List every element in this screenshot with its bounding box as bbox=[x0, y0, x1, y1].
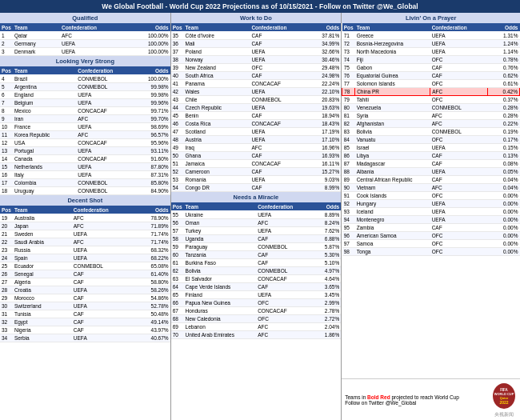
table-row: 6 England UEFA 99.98% bbox=[0, 91, 170, 99]
cell-odds: 95.96% bbox=[131, 139, 170, 147]
cell-odds: 0.05% bbox=[487, 168, 519, 176]
cell-team: United Arab Emirates bbox=[184, 331, 257, 339]
cell-pos: 85 bbox=[342, 144, 355, 152]
cell-team: China PR bbox=[355, 88, 430, 96]
cell-conf: CONMEBOL bbox=[76, 83, 131, 91]
cell-pos: 51 bbox=[171, 160, 184, 168]
cell-team: Lebanon bbox=[184, 323, 257, 331]
cell-pos: 1 bbox=[0, 32, 13, 40]
cell-odds: 1.14% bbox=[487, 48, 519, 56]
cell-pos: 22 bbox=[0, 238, 13, 246]
table-row: 47 Scotland UEFA 17.19% bbox=[171, 128, 342, 136]
cell-conf: CONMEBOL bbox=[430, 104, 488, 112]
table-row: 97 Samoa OFC 0.00% bbox=[342, 240, 520, 248]
table-row: 70 United Arab Emirates AFC 1.86% bbox=[171, 331, 342, 339]
cell-team: Iran bbox=[13, 115, 76, 123]
cell-odds: 54.86% bbox=[133, 294, 170, 302]
cell-team: Egypt bbox=[13, 318, 72, 326]
table-row: 63 El Salvador CONCACAF 4.64% bbox=[171, 275, 342, 283]
cell-conf: UEFA bbox=[430, 200, 488, 208]
cell-pos: 68 bbox=[171, 315, 184, 323]
cell-pos: 30 bbox=[0, 302, 13, 310]
cell-odds: 71.74% bbox=[133, 230, 170, 238]
cell-odds: 16.96% bbox=[306, 144, 342, 152]
cell-pos: 33 bbox=[0, 326, 13, 334]
header-title: We Global Football - World Cup 2022 Proj… bbox=[102, 2, 418, 10]
cell-team: Ghana bbox=[184, 152, 250, 160]
table-row: 80 Venezuela CONMEBOL 0.28% bbox=[342, 104, 520, 112]
cell-odds: 0.22% bbox=[487, 120, 519, 128]
table-row: 60 Tanzania CAF 5.30% bbox=[171, 251, 342, 259]
cell-odds: 17.19% bbox=[306, 128, 342, 136]
cell-odds: 78.90% bbox=[133, 214, 170, 222]
cell-odds: 0.00% bbox=[487, 216, 519, 224]
table-row: 88 Albania UEFA 0.05% bbox=[342, 168, 520, 176]
svg-text:2022: 2022 bbox=[499, 400, 508, 405]
cell-team: El Salvador bbox=[184, 275, 257, 283]
cell-odds: 2.72% bbox=[311, 315, 341, 323]
table-row: 39 New Zealand OFC 29.48% bbox=[171, 64, 342, 72]
cell-conf: CONCACAF bbox=[76, 139, 131, 147]
cell-team: South Africa bbox=[184, 72, 250, 80]
table-row: 61 Burkina Faso CAF 5.10% bbox=[171, 259, 342, 267]
cell-conf: AFC bbox=[256, 323, 311, 331]
cell-pos: 96 bbox=[342, 232, 355, 240]
cell-conf: CAF bbox=[256, 251, 311, 259]
cell-team: Bolivia bbox=[355, 128, 430, 136]
cell-conf: OFC bbox=[430, 136, 488, 144]
cell-odds: 8.99% bbox=[306, 184, 342, 192]
cell-conf: UEFA bbox=[430, 144, 488, 152]
cell-conf: CAF bbox=[72, 326, 133, 334]
cell-pos: 77 bbox=[342, 80, 355, 88]
cell-pos: 3 bbox=[0, 48, 13, 56]
cell-pos: 97 bbox=[342, 240, 355, 248]
cell-conf: CONMEBOL bbox=[76, 187, 131, 195]
qualified-header: Qualified bbox=[0, 13, 170, 23]
cell-odds: 0.42% bbox=[487, 88, 519, 96]
cell-pos: 41 bbox=[171, 80, 184, 88]
cell-conf: UEFA bbox=[250, 48, 306, 56]
cell-team: Korea Republic bbox=[13, 131, 76, 139]
cell-conf: UEFA bbox=[250, 56, 306, 64]
cell-team: North Macedonia bbox=[355, 48, 430, 56]
cell-odds: 71.74% bbox=[133, 238, 170, 246]
cell-odds: 50.48% bbox=[133, 310, 170, 318]
cell-odds: 4.64% bbox=[311, 275, 341, 283]
table-row: 49 Iraq AFC 16.96% bbox=[171, 144, 342, 152]
cell-conf: AFC bbox=[250, 144, 306, 152]
cell-team: Equatorial Guinea bbox=[355, 72, 430, 80]
col-conf: Confederation bbox=[60, 23, 125, 32]
table-row: 91 Cook Islands OFC 0.00% bbox=[342, 192, 520, 200]
cell-team: Tonga bbox=[355, 248, 430, 256]
cell-conf: UEFA bbox=[76, 163, 131, 171]
cell-team: Belgium bbox=[13, 99, 76, 107]
table-row: 38 Norway UEFA 30.46% bbox=[171, 56, 342, 64]
cell-odds: 99.98% bbox=[131, 91, 170, 99]
work-to-do-table: Pos Team Confederation Odds 35 Côte d'Iv… bbox=[171, 23, 342, 192]
table-row: 96 American Samoa OFC 0.00% bbox=[342, 232, 520, 240]
cell-pos: 42 bbox=[171, 88, 184, 96]
cell-conf: CONMEBOL bbox=[256, 243, 311, 251]
cell-odds: 37.81% bbox=[306, 32, 342, 40]
cell-conf: CAF bbox=[72, 278, 133, 286]
cell-pos: 47 bbox=[171, 128, 184, 136]
col-conf: Confederation bbox=[256, 202, 311, 211]
cell-team: Mexico bbox=[13, 107, 76, 115]
table-row: 30 Switzerland UEFA 52.78% bbox=[0, 302, 170, 310]
cell-conf: UEFA bbox=[72, 334, 133, 342]
table-row: 95 Zambia CAF 0.00% bbox=[342, 224, 520, 232]
cell-team: Israel bbox=[355, 144, 430, 152]
col-pos: Pos bbox=[0, 66, 13, 75]
cell-pos: 12 bbox=[0, 139, 13, 147]
cell-pos: 31 bbox=[0, 310, 13, 318]
cell-odds: 5.30% bbox=[311, 251, 341, 259]
cell-pos: 35 bbox=[171, 32, 184, 40]
table-row: 12 USA CONCACAF 95.96% bbox=[0, 139, 170, 147]
cell-conf: AFC bbox=[76, 131, 131, 139]
cell-team: Jamaica bbox=[184, 160, 250, 168]
cell-odds: 3.45% bbox=[311, 291, 341, 299]
table-row: 16 Italy UEFA 87.31% bbox=[0, 171, 170, 179]
col-conf: Confederation bbox=[430, 23, 488, 32]
table-row: 5 Argentina CONMEBOL 99.98% bbox=[0, 83, 170, 91]
cell-conf: OFC bbox=[430, 96, 488, 104]
